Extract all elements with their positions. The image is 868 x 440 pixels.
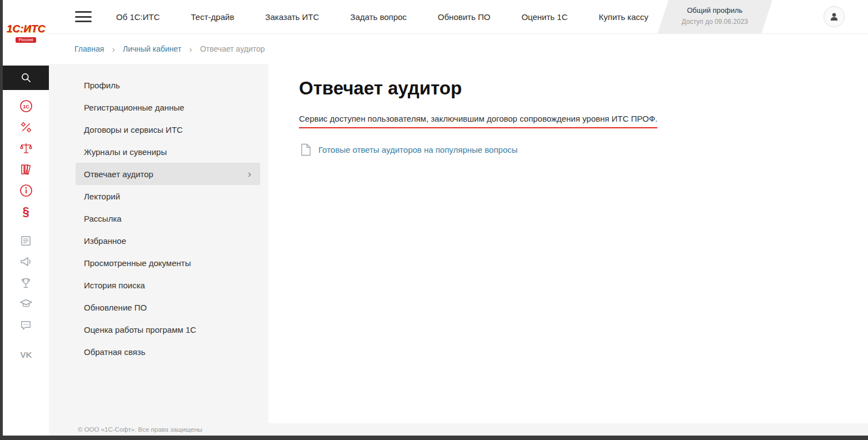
breadcrumb-home[interactable]: Главная: [74, 44, 104, 53]
scales-icon: [19, 142, 33, 155]
auditor-answers-link[interactable]: Готовые ответы аудиторов на популярные в…: [318, 145, 518, 154]
breadcrumb-personal-account[interactable]: Личный кабинет: [123, 44, 181, 53]
contests-button[interactable]: [16, 272, 37, 293]
profile-name: Общий профиль: [682, 6, 748, 14]
top-header: Об 1С:ИТС Тест-драйв Заказать ИТС Задать…: [49, 0, 868, 34]
menu-item-registration-data[interactable]: Регистрационные данные: [49, 96, 268, 118]
menu-item-search-history[interactable]: История поиска: [49, 274, 268, 296]
logo-subtitle: Россия: [16, 37, 36, 43]
user-icon: [828, 11, 840, 23]
top-navigation: Об 1С:ИТС Тест-драйв Заказать ИТС Задать…: [116, 12, 648, 22]
announcements-button[interactable]: [16, 251, 37, 272]
rail-icon-group-red: 1С: [16, 96, 37, 222]
news-icon: [19, 234, 32, 247]
logo[interactable]: 1С:ИТС Россия: [7, 0, 46, 66]
main-content: Отвечает аудитор Сервис доступен пользов…: [268, 64, 868, 423]
chevron-right-icon: ›: [189, 44, 192, 54]
profile-summary[interactable]: Общий профиль Доступ до 09.06.2023: [663, 0, 767, 34]
info-icon: [19, 184, 33, 197]
chevron-right-icon: ›: [248, 168, 251, 180]
nav-rate-1c[interactable]: Оценить 1С: [521, 12, 567, 22]
logo-title: 1С:ИТС: [7, 23, 46, 34]
rail-icon-group-gray: [16, 230, 37, 336]
percent-icon: [20, 121, 32, 133]
document-icon: [301, 143, 311, 156]
menu-item-profile[interactable]: Профиль: [49, 74, 268, 96]
profile-access-until: Доступ до 09.06.2023: [682, 18, 748, 26]
logo-text: 1С:ИТС Россия: [7, 23, 46, 43]
nav-about-1c-its[interactable]: Об 1С:ИТС: [116, 12, 160, 22]
app-window: 1С:ИТС Россия 1С: [3, 0, 868, 436]
books-icon: [19, 163, 33, 176]
access-notice: Сервис доступен пользователям, заключивш…: [299, 114, 657, 128]
graduation-cap-icon: [19, 297, 33, 311]
legal-button[interactable]: [16, 138, 37, 159]
vk-social-button[interactable]: VK: [16, 344, 37, 366]
menu-item-feedback[interactable]: Обратная связь: [49, 341, 268, 363]
chat-icon: [19, 319, 32, 332]
rail-icon-group-social: VK: [16, 344, 37, 366]
chevron-right-icon: ›: [112, 44, 115, 54]
search-icon: [21, 72, 32, 83]
discount-button[interactable]: [16, 117, 37, 138]
copyright: © ООО «1С-Софт». Все права защищены: [78, 426, 202, 433]
menu-item-rate-programs[interactable]: Оценка работы программ 1С: [49, 318, 268, 341]
menu-item-auditor-answers[interactable]: Отвечает аудитор ›: [76, 163, 260, 185]
menu-item-contracts-services[interactable]: Договоры и сервисы ИТС: [49, 118, 268, 141]
menu-item-newsletter[interactable]: Рассылка: [49, 207, 268, 229]
info-button[interactable]: [16, 180, 37, 201]
library-button[interactable]: [16, 159, 37, 180]
breadcrumb: Главная › Личный кабинет › Отвечает ауди…: [49, 34, 868, 64]
menu-item-journals-souvenirs[interactable]: Журналы и сувениры: [49, 141, 268, 163]
nav-test-drive[interactable]: Тест-драйв: [191, 12, 235, 22]
nav-update-software[interactable]: Обновить ПО: [438, 12, 491, 22]
nav-order-its[interactable]: Заказать ИТС: [265, 12, 319, 22]
feedback-chat-button[interactable]: [16, 314, 37, 336]
menu-item-lectures[interactable]: Лекторий: [49, 185, 268, 207]
menu-item-label: Отвечает аудитор: [84, 169, 153, 179]
vk-icon: VK: [17, 349, 35, 361]
hamburger-icon: [75, 11, 92, 13]
menu-item-favorites[interactable]: Избранное: [49, 229, 268, 252]
svg-text:1С: 1С: [23, 104, 29, 109]
nav-ask-question[interactable]: Задать вопрос: [350, 12, 406, 22]
page-footer: © ООО «1С-Софт». Все права защищены: [49, 423, 868, 436]
education-button[interactable]: [16, 293, 37, 314]
1c-circle-icon: 1С: [19, 99, 33, 113]
auditor-answers-row: Готовые ответы аудиторов на популярные в…: [301, 143, 846, 156]
1c-service-button[interactable]: 1С: [16, 96, 37, 117]
regulations-button[interactable]: §: [16, 201, 37, 222]
avatar[interactable]: [824, 6, 845, 27]
content-area: Профиль Регистрационные данные Договоры …: [49, 64, 868, 423]
account-menu: Профиль Регистрационные данные Договоры …: [49, 64, 268, 423]
menu-item-software-update[interactable]: Обновление ПО: [49, 296, 268, 318]
breadcrumb-current: Отвечает аудитор: [200, 44, 265, 53]
page-title: Отвечает аудитор: [299, 78, 846, 99]
search-button[interactable]: [3, 66, 49, 90]
paragraph-icon: §: [22, 204, 29, 219]
menu-toggle-button[interactable]: [75, 11, 92, 22]
svg-text:VK: VK: [20, 350, 32, 359]
megaphone-icon: [19, 255, 33, 268]
icon-rail: 1С:ИТС Россия 1С: [3, 0, 49, 436]
main-column: Об 1С:ИТС Тест-драйв Заказать ИТС Задать…: [49, 0, 868, 436]
menu-item-viewed-documents[interactable]: Просмотренные документы: [49, 252, 268, 274]
news-button[interactable]: [16, 230, 37, 251]
nav-buy-cash-register[interactable]: Купить кассу: [599, 12, 648, 22]
trophy-icon: [19, 277, 32, 289]
